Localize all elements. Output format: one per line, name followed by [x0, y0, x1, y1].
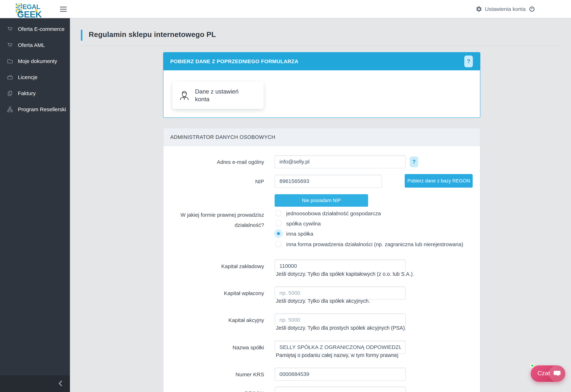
kapital-wplacony-label: Kapitał wpłacony: [163, 290, 264, 296]
kapital-akcyjny-helper: Jeśli dotyczy. Tylko dla prostych spółek…: [276, 325, 406, 331]
radio-label-spolka-cywilna[interactable]: spółka cywilna: [286, 221, 321, 227]
sitemap-icon: [7, 106, 13, 113]
sidebar-item-oferta-aml[interactable]: Oferta AML: [0, 37, 70, 53]
numer-krs-input[interactable]: [275, 367, 406, 381]
radio-inna-forma[interactable]: [275, 241, 281, 247]
page-title: Regulamin sklepu internetowego PL: [89, 30, 216, 39]
menu-toggle-icon[interactable]: [60, 7, 67, 12]
sidebar-item-oferta-ecommerce[interactable]: Oferta E-commerce: [0, 21, 70, 37]
administrator-section-title: ADMINISTRATOR DANYCH OSOBOWYCH: [170, 128, 275, 146]
top-bar: EGAL GEEK Ustawienia konta: [0, 0, 571, 18]
logo-yellow-dot: [35, 10, 37, 12]
chat-bubble-circle: [549, 365, 565, 382]
kapital-wplacony-input[interactable]: [275, 286, 406, 300]
regon-label: REGON: [163, 390, 264, 392]
account-data-card[interactable]: Dane z ustawień konta: [172, 82, 264, 109]
chat-label: Czat: [537, 370, 550, 377]
regon-input[interactable]: [275, 386, 406, 392]
sidebar: Oferta E-commerce Oferta AML Moje dokume…: [0, 18, 70, 392]
prefill-help-button[interactable]: ?: [464, 56, 473, 67]
email-help-button[interactable]: ?: [410, 157, 418, 167]
nip-input[interactable]: [275, 174, 382, 188]
account-settings-link[interactable]: Ustawienia konta: [485, 6, 526, 12]
kapital-zakladowy-label: Kapitał zakładowy: [163, 263, 264, 269]
radio-label-inna-spolka[interactable]: inna spółka: [286, 231, 313, 237]
sidebar-footer: [0, 375, 70, 392]
chat-launcher-button[interactable]: Czat: [531, 365, 565, 382]
email-label: Adres e-mail ogólny: [163, 159, 264, 165]
sidebar-item-label: Moje dokumenty: [18, 58, 57, 64]
sidebar-item-program-resellerski[interactable]: Program Resellerski: [0, 102, 70, 117]
folder-icon: [7, 58, 13, 64]
radio-label-inna-forma[interactable]: inna forma prowadzenia działalności (np.…: [286, 241, 463, 247]
person-icon: [179, 90, 190, 101]
sidebar-item-faktury[interactable]: Faktury: [0, 85, 70, 102]
email-input[interactable]: [275, 155, 406, 168]
radio-inna-spolka[interactable]: [275, 231, 281, 236]
administrator-section: ADMINISTRATOR DANYCH OSOBOWYCH Adres e-m…: [163, 128, 480, 392]
administrator-section-header: ADMINISTRATOR DANYCH OSOBOWYCH: [163, 128, 480, 146]
wallet-icon: [7, 74, 13, 81]
kapital-wplacony-helper: Jeśli dotyczy. Tylko dla spółek akcyjnyc…: [276, 298, 370, 304]
sidebar-item-label: Oferta E-commerce: [18, 26, 65, 32]
nazwa-spolki-input[interactable]: [275, 341, 406, 354]
sidebar-item-licencje[interactable]: Licencje: [0, 69, 70, 85]
logout-power-icon[interactable]: [528, 6, 535, 13]
radio-spolka-cywilna[interactable]: [275, 220, 281, 226]
account-data-card-label: Dane z ustawień konta: [195, 88, 250, 103]
cart-icon: [7, 26, 13, 32]
radio-jednoosobowa[interactable]: [275, 210, 281, 216]
prefill-panel-header: POBIERZ DANE Z POPRZEDNIEGO FORMULARZA ?: [163, 53, 480, 70]
prefill-panel-title: POBIERZ DANE Z POPRZEDNIEGO FORMULARZA: [170, 53, 298, 70]
radio-label-jednoosobowa[interactable]: jednoosobowa działalność gospodarcza: [286, 210, 381, 217]
fetch-regon-button[interactable]: Pobierz dane z bazy REGON: [405, 174, 473, 188]
collapse-sidebar-chevron-icon[interactable]: [57, 379, 65, 387]
no-nip-button[interactable]: Nie posiadam NIP: [275, 194, 368, 207]
numer-krs-label: Numer KRS: [163, 371, 264, 377]
speech-bubble-icon: [553, 369, 561, 378]
sidebar-item-label: Oferta AML: [18, 42, 45, 48]
title-accent-bar: [81, 30, 83, 41]
title-divider: [81, 46, 562, 46]
kapital-zakladowy-helper: Jeśli dotyczy. Tylko dla spółek kapitało…: [276, 271, 414, 277]
kapital-akcyjny-label: Kapitał akcyjny: [163, 317, 264, 323]
legal-form-label: W jakiej formie prawnej prowadzisz dział…: [163, 210, 264, 230]
cart-icon: [7, 42, 13, 48]
sidebar-item-label: Faktury: [18, 90, 36, 96]
legalgeek-logo[interactable]: EGAL GEEK: [16, 2, 39, 18]
sidebar-item-label: Licencje: [18, 74, 38, 80]
sidebar-item-moje-dokumenty[interactable]: Moje dokumenty: [0, 53, 70, 69]
kapital-zakladowy-input[interactable]: [275, 259, 406, 273]
nip-label: NIP: [163, 178, 264, 185]
logo-text-line2: GEEK: [17, 9, 42, 20]
kapital-akcyjny-input[interactable]: [275, 313, 406, 326]
gear-icon[interactable]: [475, 6, 482, 13]
nazwa-spolki-helper: Pamiętaj o podaniu całej nazwy, w tym fo…: [276, 352, 398, 358]
nazwa-spolki-label: Nazwa spółki: [163, 345, 264, 350]
chat-online-status-dot: [530, 364, 534, 367]
invoice-icon: [7, 90, 13, 97]
sidebar-item-label: Program Resellerski: [18, 106, 66, 113]
prefill-panel: POBIERZ DANE Z POPRZEDNIEGO FORMULARZA ?…: [163, 52, 480, 118]
